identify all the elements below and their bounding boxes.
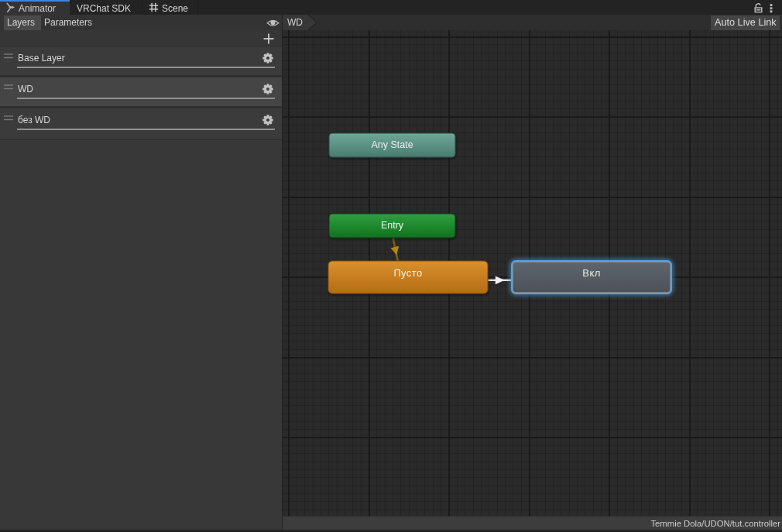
- svg-text:Entry: Entry: [381, 219, 404, 230]
- svg-text:Any State: Any State: [371, 139, 413, 149]
- svg-text:Пусто: Пусто: [393, 267, 422, 279]
- svg-text:Вкл: Вкл: [582, 267, 600, 279]
